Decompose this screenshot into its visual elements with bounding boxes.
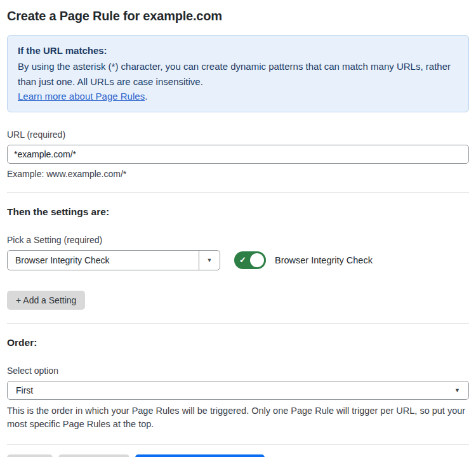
setting-toggle-label: Browser Integrity Check xyxy=(275,255,373,265)
page-title: Create a Page Rule for example.com xyxy=(7,0,469,23)
order-select[interactable]: First ▼ xyxy=(7,381,469,400)
setting-row: Browser Integrity Check ▼ ✓ Browser Inte… xyxy=(7,250,469,270)
setting-dropdown-arrow-button[interactable]: ▼ xyxy=(199,251,220,270)
info-box-heading: If the URL matches: xyxy=(18,43,458,58)
setting-toggle[interactable]: ✓ xyxy=(234,251,266,269)
divider-after-settings xyxy=(7,323,469,324)
chevron-down-icon: ▼ xyxy=(207,257,213,263)
setting-dropdown-value: Browser Integrity Check xyxy=(8,251,199,270)
toggle-knob xyxy=(250,253,264,267)
url-input[interactable] xyxy=(7,145,469,164)
save-and-deploy-button[interactable]: Save and Deploy Page Rule xyxy=(135,454,265,457)
chevron-down-icon: ▼ xyxy=(454,387,460,394)
cancel-button[interactable]: Cancel xyxy=(7,454,53,457)
order-select-label: Select option xyxy=(7,366,469,376)
link-period: . xyxy=(145,91,147,102)
page-rule-form: Create a Page Rule for example.com If th… xyxy=(0,0,476,457)
divider-after-url xyxy=(7,192,469,193)
order-helper-text: This is the order in which your Page Rul… xyxy=(7,404,469,431)
pick-setting-label: Pick a Setting (required) xyxy=(7,235,469,245)
order-section-heading: Order: xyxy=(7,337,469,348)
url-example-helper: Example: www.example.com/* xyxy=(7,169,469,179)
divider-before-footer xyxy=(7,444,469,445)
url-match-info-box: If the URL matches: By using the asteris… xyxy=(7,35,469,112)
info-box-link-line: Learn more about Page Rules. xyxy=(18,89,458,103)
add-setting-button[interactable]: + Add a Setting xyxy=(7,291,85,310)
learn-more-link[interactable]: Learn more about Page Rules xyxy=(18,91,145,102)
info-box-body: By using the asterisk (*) character, you… xyxy=(18,59,458,89)
order-select-value: First xyxy=(16,385,33,395)
settings-section-heading: Then the settings are: xyxy=(7,206,469,218)
check-icon: ✓ xyxy=(239,256,246,264)
save-as-draft-button[interactable]: Save as Draft xyxy=(58,454,130,457)
footer-actions: Cancel Save as Draft Save and Deploy Pag… xyxy=(7,454,469,457)
setting-dropdown[interactable]: Browser Integrity Check ▼ xyxy=(7,250,220,270)
url-field-label: URL (required) xyxy=(7,129,469,140)
